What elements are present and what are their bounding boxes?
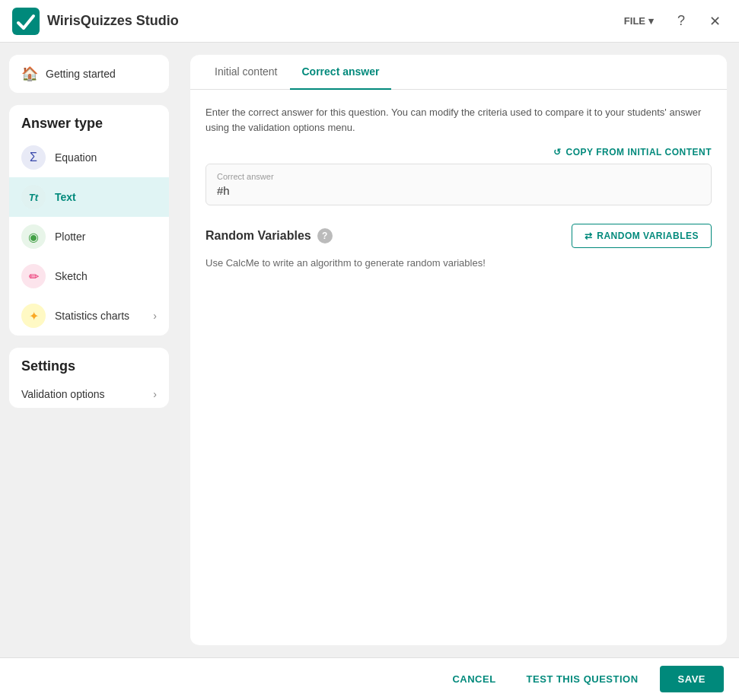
description-text: Enter the correct answer for this questi… xyxy=(205,105,712,135)
file-menu-button[interactable]: FILE ▾ xyxy=(618,11,660,31)
plotter-icon: ◉ xyxy=(21,224,46,249)
content-card: Initial content Correct answer Enter the… xyxy=(190,55,727,645)
app-logo-icon xyxy=(12,8,40,35)
tab-initial-content-label: Initial content xyxy=(215,65,278,78)
text-label: Text xyxy=(55,191,76,203)
statistics-icon: ✦ xyxy=(21,304,46,328)
getting-started-section: 🏠 Getting started xyxy=(9,55,169,93)
getting-started-button[interactable]: 🏠 Getting started xyxy=(9,55,169,93)
app-logo-area: WirisQuizzes Studio xyxy=(12,8,618,35)
random-variables-description: Use CalcMe to write an algorithm to gene… xyxy=(205,257,712,269)
footer: CANCEL TEST THIS QUESTION SAVE xyxy=(0,657,739,700)
sketch-label: Sketch xyxy=(55,270,88,282)
random-variables-title-area: Random Variables ? xyxy=(205,228,333,243)
close-button[interactable]: ✕ xyxy=(702,9,727,33)
header-actions: FILE ▾ ? ✕ xyxy=(618,9,727,33)
random-variables-section: Random Variables ? ⇄ RANDOM VARIABLES xyxy=(205,224,712,248)
header: WirisQuizzes Studio FILE ▾ ? ✕ xyxy=(0,0,739,43)
sidebar: 🏠 Getting started Answer type Σ Equation… xyxy=(0,43,178,657)
equation-label: Equation xyxy=(55,151,97,164)
test-question-button[interactable]: TEST THIS QUESTION xyxy=(518,667,648,691)
chevron-down-icon: ▾ xyxy=(648,15,654,27)
file-menu-label: FILE xyxy=(624,15,645,27)
random-variables-title: Random Variables xyxy=(205,229,311,243)
statistics-label: Statistics charts xyxy=(55,310,129,322)
getting-started-label: Getting started xyxy=(46,68,116,80)
correct-answer-field-label: Correct answer xyxy=(217,172,700,181)
correct-answer-field[interactable]: Correct answer #h xyxy=(205,164,712,205)
tab-correct-answer-label: Correct answer xyxy=(302,65,380,78)
sidebar-item-equation[interactable]: Σ Equation xyxy=(9,138,169,177)
tab-initial-content[interactable]: Initial content xyxy=(202,55,290,90)
app-title: WirisQuizzes Studio xyxy=(47,13,179,29)
random-variables-btn-icon: ⇄ xyxy=(585,231,593,241)
close-icon: ✕ xyxy=(709,13,721,30)
chevron-right-icon-validation: › xyxy=(153,388,157,400)
equation-icon: Σ xyxy=(21,145,46,170)
svg-rect-0 xyxy=(12,8,40,35)
answer-type-title: Answer type xyxy=(9,105,169,138)
copy-from-initial-content-button[interactable]: ↺ COPY FROM INITIAL CONTENT xyxy=(553,147,712,158)
random-variables-help-icon[interactable]: ? xyxy=(317,228,333,243)
cancel-button[interactable]: CANCEL xyxy=(443,667,505,691)
main-content-area: Initial content Correct answer Enter the… xyxy=(178,43,739,657)
content-body: Enter the correct answer for this questi… xyxy=(190,90,727,645)
settings-section: Settings Validation options › xyxy=(9,348,169,408)
tab-correct-answer[interactable]: Correct answer xyxy=(290,55,392,90)
random-variables-button[interactable]: ⇄ RANDOM VARIABLES xyxy=(572,224,712,248)
sketch-icon: ✏ xyxy=(21,264,46,288)
help-icon: ? xyxy=(677,13,685,29)
answer-type-section: Answer type Σ Equation Tt Text ◉ Plotter… xyxy=(9,105,169,336)
text-icon: Tt xyxy=(21,185,46,209)
plotter-label: Plotter xyxy=(55,231,85,243)
random-variables-btn-label: RANDOM VARIABLES xyxy=(597,231,699,241)
sidebar-item-statistics-charts[interactable]: ✦ Statistics charts › xyxy=(9,296,169,336)
home-icon: 🏠 xyxy=(21,65,38,82)
copy-from-label: COPY FROM INITIAL CONTENT xyxy=(566,147,712,158)
validation-options-label: Validation options xyxy=(21,388,104,400)
correct-answer-value: #h xyxy=(217,184,700,197)
sidebar-item-text[interactable]: Tt Text xyxy=(9,177,169,217)
help-button[interactable]: ? xyxy=(669,9,693,33)
sidebar-item-validation-options[interactable]: Validation options › xyxy=(9,380,169,408)
tab-bar: Initial content Correct answer xyxy=(190,55,727,90)
sidebar-item-sketch[interactable]: ✏ Sketch xyxy=(9,256,169,296)
sidebar-item-plotter[interactable]: ◉ Plotter xyxy=(9,217,169,256)
settings-title: Settings xyxy=(9,348,169,380)
save-button[interactable]: SAVE xyxy=(660,666,724,692)
copy-icon: ↺ xyxy=(553,147,562,158)
chevron-right-icon: › xyxy=(153,310,157,322)
main-layout: 🏠 Getting started Answer type Σ Equation… xyxy=(0,43,739,657)
